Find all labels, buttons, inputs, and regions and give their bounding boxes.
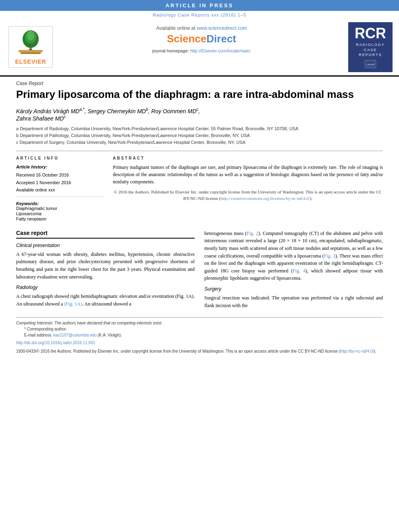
affiliations: a Department of Radiology, Columbia Univ… bbox=[16, 126, 383, 146]
article-history: Article history: Received 16 October 201… bbox=[16, 164, 105, 193]
abstract-copyright: © 2016 the Authors. Published by Elsevie… bbox=[113, 189, 383, 202]
subsection-surgery-title: Surgery bbox=[204, 286, 383, 292]
article-info-header: ARTICLE INFO bbox=[16, 156, 105, 160]
divider-1 bbox=[16, 151, 383, 151]
accepted-date: Accepted 1 November 2016 bbox=[16, 179, 105, 186]
info-divider-1 bbox=[16, 197, 105, 197]
elsevier-logo: ELSEVIER bbox=[6, 22, 55, 72]
top-header: ELSEVIER Available online at www.science… bbox=[0, 19, 399, 77]
authors-line: Károly András Virágh MDa,*, Sergey Chern… bbox=[16, 107, 383, 121]
sciencedirect-url-link[interactable]: www.sciencedirect.com bbox=[197, 25, 247, 31]
author1-sup: a,* bbox=[79, 107, 84, 112]
doi-line: http://dx.doi.org/10.1016/j.radcr.2016.1… bbox=[16, 340, 383, 346]
fig3-link[interactable]: Fig. 3 bbox=[324, 253, 335, 259]
email-line: E-mail address: kav2107@columbia.edu (K.… bbox=[24, 332, 383, 338]
body-right-text1: heterogeneous mass (Fig. 2). Computed to… bbox=[204, 230, 383, 282]
svg-point-4 bbox=[27, 31, 34, 40]
history-label: Article history: bbox=[16, 164, 105, 170]
elsevier-brand-text: ELSEVIER bbox=[11, 58, 50, 65]
subsection-clinical-title: Clinical presentation bbox=[16, 243, 195, 248]
keywords-section: Keywords: Diaphragmatic tumor Liposarcom… bbox=[16, 201, 105, 221]
sciencedirect-logo-science: Science bbox=[167, 33, 206, 45]
sciencedirect-logo: ScienceDirect bbox=[59, 33, 344, 45]
author4-sup: c bbox=[64, 114, 66, 119]
available-online: Available online xxx bbox=[16, 187, 105, 193]
article-info-abstract-cols: ARTICLE INFO Article history: Received 1… bbox=[16, 156, 383, 222]
keywords-label: Keywords: bbox=[16, 201, 39, 206]
fig2-link[interactable]: Fig. 2 bbox=[247, 231, 258, 236]
article-info-col: ARTICLE INFO Article history: Received 1… bbox=[16, 156, 105, 222]
journal-homepage: journal homepage: http://Elsevier.com/lo… bbox=[59, 48, 344, 53]
received-date: Received 16 October 2016 bbox=[16, 172, 105, 179]
svg-rect-6 bbox=[21, 52, 41, 54]
body-left-col: Case report Clinical presentation A 67-y… bbox=[16, 230, 195, 309]
subsection-radiology-text: A chest radiograph showed right hemidiap… bbox=[16, 293, 195, 308]
fig4-link[interactable]: Fig. 4 bbox=[293, 268, 305, 274]
footer-area: Competing Interests: The authors have de… bbox=[16, 317, 383, 354]
body-section: Case report Clinical presentation A 67-y… bbox=[16, 230, 383, 309]
subsection-surgery-text: Surgical resection was indicated. The op… bbox=[204, 294, 383, 309]
abstract-license-link[interactable]: http://creativecommons.org/licenses/by-n… bbox=[220, 196, 310, 201]
rcr-logo: RCR RADIOLOGY CASE REPORTS ELSEVIER bbox=[348, 22, 393, 72]
author3: , Roy Oommen MD bbox=[148, 108, 197, 114]
rcr-title: RCR bbox=[355, 26, 386, 41]
doi-link[interactable]: http://dx.doi.org/10.1016/j.radcr.2016.1… bbox=[16, 341, 95, 345]
subsection-radiology-title: Radiology bbox=[16, 285, 195, 290]
author4: , bbox=[198, 108, 200, 114]
keyword-2: Liposarcoma bbox=[16, 211, 105, 216]
journal-homepage-link[interactable]: http://Elsevier.com/locate/radcr bbox=[190, 48, 251, 53]
author2: , Sergey Cherneykin MD bbox=[84, 108, 146, 114]
category-label: Case Report bbox=[16, 81, 383, 86]
affiliation-c: c Department of Surgery, Columbia Univer… bbox=[16, 139, 383, 145]
article-title: Primary liposarcoma of the diaphragm: a … bbox=[16, 88, 383, 101]
center-header: Available online at www.sciencedirect.co… bbox=[59, 22, 344, 72]
footer-license-link[interactable]: http://by-nc-nd/4.0/ bbox=[340, 349, 374, 353]
rcr-subtitle: RADIOLOGY CASE REPORTS bbox=[356, 42, 385, 58]
journal-subheader: Radiology Case Reports xxx (2016) 1–5 bbox=[0, 11, 399, 19]
rcr-elsevier-badge: ELSEVIER bbox=[365, 60, 376, 68]
author1: Károly András Virágh MD bbox=[16, 108, 79, 114]
body-two-col: Case report Clinical presentation A 67-y… bbox=[16, 230, 383, 309]
abstract-col: ABSTRACT Primary malignant tumors of the… bbox=[113, 156, 383, 222]
email-link[interactable]: kav2107@columbia.edu bbox=[53, 333, 96, 337]
footer-copyright: 1930-0433/© 2016 the Authors. Published … bbox=[16, 348, 383, 354]
abstract-header: ABSTRACT bbox=[113, 156, 383, 160]
keyword-1: Diaphragmatic tumor bbox=[16, 206, 105, 211]
svg-text:ELSEVIER: ELSEVIER bbox=[366, 63, 374, 66]
sciencedirect-logo-direct: Direct bbox=[206, 33, 236, 45]
keyword-3: Fatty neoplasm bbox=[16, 216, 105, 221]
svg-rect-5 bbox=[19, 50, 43, 52]
abstract-text: Primary malignant tumors of the diaphrag… bbox=[113, 164, 383, 185]
main-content: Case Report Primary liposarcoma of the d… bbox=[0, 77, 399, 358]
affiliation-b: b Department of Pathology, Columbia Univ… bbox=[16, 133, 383, 139]
body-section-title: Case report bbox=[16, 230, 195, 239]
subsection-clinical-text: A 67-year-old woman with obesity, diabet… bbox=[16, 251, 195, 281]
available-online-label: Available online at www.sciencedirect.co… bbox=[59, 25, 344, 31]
fig1a-link[interactable]: (Fig. 1A) bbox=[64, 301, 82, 307]
body-right-col: heterogeneous mass (Fig. 2). Computed to… bbox=[204, 230, 383, 309]
article-in-press-banner: ARTICLE IN PRESS bbox=[0, 0, 399, 11]
affiliation-a: a Department of Radiology, Columbia Univ… bbox=[16, 126, 383, 132]
author4-name: Zahra Shafaee MD bbox=[16, 115, 64, 122]
competing-interests: Competing Interests: The authors have de… bbox=[16, 320, 383, 326]
corresponding-author-note: * Corresponding author. bbox=[24, 326, 383, 332]
